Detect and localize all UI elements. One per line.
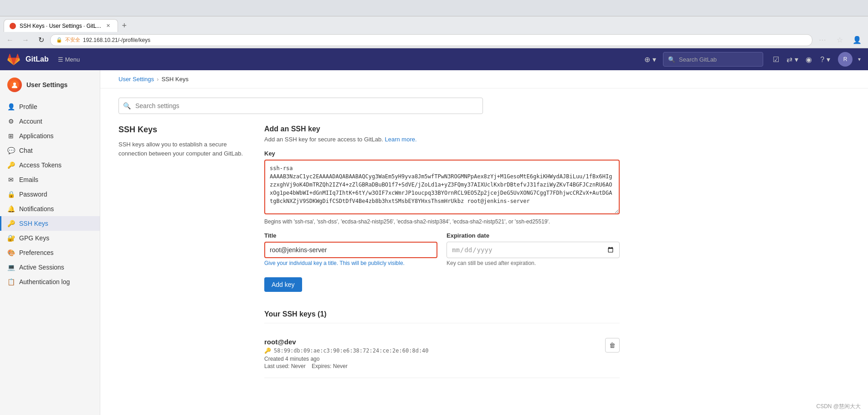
sidebar-item-chat[interactable]: 💬 Chat bbox=[0, 143, 100, 158]
reload-button[interactable]: ↻ bbox=[35, 34, 47, 47]
sidebar-item-label: Profile bbox=[19, 103, 37, 110]
sidebar-item-password[interactable]: 🔒 Password bbox=[0, 187, 100, 202]
title-input[interactable] bbox=[264, 242, 437, 258]
bookmark-button[interactable]: ☆ bbox=[832, 33, 847, 47]
delete-key-button[interactable]: 🗑 bbox=[605, 338, 620, 353]
security-label: 不安全 bbox=[65, 36, 80, 43]
sidebar-item-label: Access Tokens bbox=[19, 161, 62, 169]
title-hint: Give your individual key a title. This w… bbox=[264, 260, 437, 266]
extensions-button[interactable]: ⋯ bbox=[815, 33, 830, 47]
sidebar-item-label: Emails bbox=[19, 176, 38, 183]
search-icon: 🔍 bbox=[668, 56, 675, 63]
key-info: root@dev 🔑 58:99:db:09:ae:c3:90:e6:38:72… bbox=[264, 338, 605, 370]
profile-button[interactable]: 👤 bbox=[850, 33, 864, 47]
search-settings-wrapper: 🔍 bbox=[118, 98, 850, 114]
gitlab-logo-text[interactable]: GitLab bbox=[26, 55, 49, 63]
ssh-keys-icon: 🔑 bbox=[7, 220, 15, 227]
sidebar-item-profile[interactable]: 👤 Profile bbox=[0, 99, 100, 114]
title-expiry-row: Title Give your individual key a title. … bbox=[264, 232, 620, 266]
menu-button[interactable]: ☰ Menu bbox=[54, 54, 84, 65]
breadcrumb-parent[interactable]: User Settings bbox=[118, 76, 154, 83]
expiration-input[interactable] bbox=[447, 242, 620, 258]
page-title: SSH Keys bbox=[118, 125, 246, 135]
address-text: 192.168.10.21/-/profile/keys bbox=[83, 37, 150, 43]
preferences-icon: 🎨 bbox=[7, 249, 15, 256]
sidebar-item-preferences[interactable]: 🎨 Preferences bbox=[0, 245, 100, 260]
back-button[interactable]: ← bbox=[4, 34, 16, 47]
new-tab-button[interactable]: + bbox=[118, 19, 131, 32]
sidebar-item-label: Account bbox=[19, 118, 42, 125]
sidebar-item-notifications[interactable]: 🔔 Notifications bbox=[0, 202, 100, 216]
address-bar: ← → ↻ 🔒 不安全 192.168.10.21/-/profile/keys… bbox=[0, 32, 868, 48]
merge-request-button[interactable]: ⇄ ▾ bbox=[785, 52, 800, 67]
sidebar-item-label: Notifications bbox=[19, 205, 54, 213]
main-layout: User Settings 👤 Profile ⚙ Account ⊞ Appl… bbox=[0, 70, 868, 415]
password-icon: 🔒 bbox=[7, 191, 15, 198]
expiration-hint: Key can still be used after expiration. bbox=[447, 260, 620, 266]
browser-tab[interactable]: SSH Keys · User Settings · GitL... ✕ bbox=[4, 19, 118, 32]
key-textarea[interactable]: ssh-rsa AAAAB3NzaC1yc2EAAAADAQABAABAQCyg… bbox=[264, 160, 620, 214]
your-ssh-keys-section: Your SSH keys (1) root@dev 🔑 58:99:db:09… bbox=[264, 310, 620, 378]
page-description: SSH keys allow you to establish a secure… bbox=[118, 140, 246, 158]
applications-icon: ⊞ bbox=[7, 132, 15, 140]
key-fingerprint: 🔑 58:99:db:09:ae:c3:90:e6:38:72:24:ce:2e… bbox=[264, 348, 605, 354]
sidebar-item-ssh-keys[interactable]: 🔑 SSH Keys bbox=[0, 216, 100, 231]
sidebar-user-avatar bbox=[7, 78, 22, 92]
user-avatar-button[interactable]: R bbox=[838, 52, 853, 67]
security-icon: 🔒 bbox=[56, 37, 62, 43]
expiration-label: Expiration date bbox=[447, 232, 620, 239]
sidebar-item-access-tokens[interactable]: 🔑 Access Tokens bbox=[0, 158, 100, 172]
tab-close-button[interactable]: ✕ bbox=[105, 22, 112, 30]
todo-button[interactable]: ☑ bbox=[769, 52, 783, 67]
issues-button[interactable]: ◉ bbox=[801, 52, 816, 67]
sidebar-item-label: SSH Keys bbox=[19, 220, 48, 227]
page-content: 🔍 SSH Keys SSH keys allow you to establi… bbox=[100, 88, 868, 387]
key-created: Created 4 minutes ago bbox=[264, 356, 605, 362]
forward-button[interactable]: → bbox=[19, 34, 32, 47]
sidebar-item-authentication-log[interactable]: 📋 Authentication log bbox=[0, 275, 100, 289]
sidebar-item-label: Active Sessions bbox=[19, 264, 64, 271]
address-input[interactable]: 🔒 不安全 192.168.10.21/-/profile/keys bbox=[50, 34, 812, 46]
sidebar-item-active-sessions[interactable]: 💻 Active Sessions bbox=[0, 260, 100, 275]
sidebar-item-label: Preferences bbox=[19, 249, 53, 256]
tab-title: SSH Keys · User Settings · GitL... bbox=[20, 23, 101, 29]
search-settings-input[interactable] bbox=[118, 98, 483, 114]
breadcrumb: User Settings › SSH Keys bbox=[100, 70, 868, 88]
learn-more-link[interactable]: Learn more. bbox=[385, 136, 416, 143]
two-col-layout: SSH Keys SSH keys allow you to establish… bbox=[118, 125, 620, 378]
key-label: Key bbox=[264, 150, 620, 157]
sidebar-item-account[interactable]: ⚙ Account bbox=[0, 114, 100, 129]
avatar-image: R bbox=[843, 56, 847, 62]
sidebar-title: User Settings bbox=[26, 81, 67, 88]
add-ssh-description: Add an SSH key for secure access to GitL… bbox=[264, 136, 620, 143]
sidebar-item-label: Chat bbox=[19, 147, 33, 154]
ssh-key-item: root@dev 🔑 58:99:db:09:ae:c3:90:e6:38:72… bbox=[264, 331, 620, 378]
add-key-button[interactable]: Add key bbox=[264, 277, 302, 292]
gpg-keys-icon: 🔐 bbox=[7, 234, 15, 242]
sidebar-item-gpg-keys[interactable]: 🔐 GPG Keys bbox=[0, 231, 100, 245]
svg-point-1 bbox=[13, 83, 16, 85]
sidebar-item-applications[interactable]: ⊞ Applications bbox=[0, 129, 100, 143]
add-ssh-section: Add an SSH key Add an SSH key for secure… bbox=[264, 125, 620, 292]
key-hint: Begins with 'ssh-rsa', 'ssh-dss', 'ecdsa… bbox=[264, 218, 620, 225]
gitlab-logo-icon bbox=[7, 53, 20, 66]
user-settings-header: User Settings bbox=[0, 70, 100, 96]
auth-log-icon: 📋 bbox=[7, 278, 15, 285]
chat-icon: 💬 bbox=[7, 147, 15, 154]
browser-chrome bbox=[0, 0, 868, 16]
create-button[interactable]: ⊕ ▾ bbox=[643, 52, 657, 67]
search-settings-icon: 🔍 bbox=[123, 102, 131, 109]
nav-icons: ☑ ⇄ ▾ ◉ ? ▾ bbox=[769, 52, 832, 67]
notifications-icon: 🔔 bbox=[7, 205, 15, 213]
sidebar-item-label: Applications bbox=[19, 132, 54, 140]
sidebar-item-label: GPG Keys bbox=[19, 234, 49, 242]
right-column: Add an SSH key Add an SSH key for secure… bbox=[264, 125, 620, 378]
your-keys-title: Your SSH keys (1) bbox=[264, 310, 620, 323]
account-icon: ⚙ bbox=[7, 118, 15, 125]
nav-dropdown-arrow: ▾ bbox=[858, 56, 861, 62]
content-area: User Settings › SSH Keys 🔍 SSH Keys SSH … bbox=[100, 70, 868, 415]
sidebar-item-emails[interactable]: ✉ Emails bbox=[0, 172, 100, 187]
global-search[interactable]: 🔍 Search GitLab bbox=[663, 52, 763, 67]
key-name: root@dev bbox=[264, 338, 605, 346]
help-button[interactable]: ? ▾ bbox=[818, 52, 832, 67]
